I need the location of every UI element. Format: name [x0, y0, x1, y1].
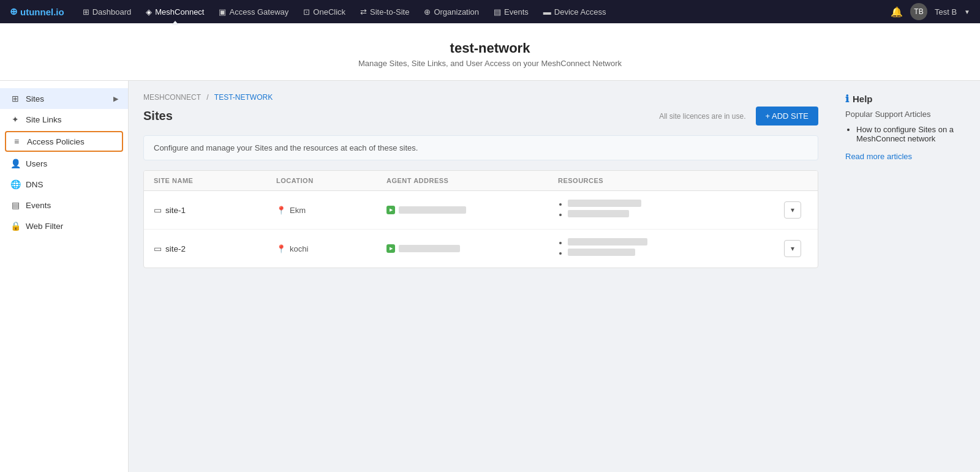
nav-access-gateway[interactable]: ▣ Access Gateway [213, 5, 295, 19]
meshconnect-icon: ◈ [146, 7, 152, 17]
location-cell: 📍 kochi [276, 244, 386, 253]
site-server-icon: ▭ [154, 244, 162, 253]
nav-device-access[interactable]: ▬ Device Access [537, 5, 612, 19]
table-row: ▭ site-2 📍 kochi [144, 230, 818, 268]
events-icon: ▤ [494, 7, 501, 17]
info-box: Configure and manage your Sites and the … [143, 135, 818, 160]
page-title-row: Sites All site licences are in use. + AD… [143, 107, 818, 125]
nav-dashboard[interactable]: ⊞ Dashboard [77, 5, 138, 19]
logo-icon: ⊕ [10, 6, 18, 17]
col-agent-address: AGENT ADDRESS [386, 177, 558, 184]
agent-status-icon [386, 206, 395, 214]
events-sidebar-icon: ▤ [10, 200, 21, 210]
breadcrumb-current: TEST-NETWORK [214, 93, 273, 102]
dns-icon: 🌐 [10, 179, 21, 189]
sidebar-item-users[interactable]: 👤 Users [0, 153, 128, 174]
col-actions [777, 177, 808, 184]
logo-text: utunnel.io [20, 7, 64, 17]
col-resources: RESOURCES [558, 177, 777, 184]
agent-cell [386, 206, 558, 214]
table-row: ▭ site-1 📍 Ekm [144, 191, 818, 230]
title-right-actions: All site licences are in use. + ADD SITE [659, 107, 818, 125]
sidebar-item-dns[interactable]: 🌐 DNS [0, 174, 128, 195]
location-value: Ekm [290, 206, 306, 215]
sidebar-item-web-filter[interactable]: 🔒 Web Filter [0, 215, 128, 236]
site-name: site-2 [165, 244, 186, 253]
help-articles: How to configure Sites on a MeshConnect … [845, 125, 968, 143]
site-to-site-icon: ⇄ [360, 7, 367, 17]
add-site-button[interactable]: + ADD SITE [756, 107, 818, 125]
expand-row-button[interactable]: ▾ [784, 240, 801, 257]
site-name-cell: ▭ site-1 [154, 205, 276, 215]
nav-organization[interactable]: ⊕ Organization [418, 5, 485, 19]
sidebar: ⊞ Sites ▶ ✦ Site Links ≡ Access Policies… [0, 81, 129, 472]
sites-table: SITE NAME LOCATION AGENT ADDRESS RESOURC… [143, 170, 818, 268]
site-links-icon: ✦ [10, 114, 21, 124]
main-content: MESHCONNECT / TEST-NETWORK Sites All sit… [129, 81, 833, 472]
breadcrumb-separator: / [206, 93, 208, 102]
agent-cell [386, 244, 558, 253]
sites-arrow-icon: ▶ [113, 95, 118, 103]
help-panel: ℹ Help Popular Support Articles How to c… [833, 81, 980, 472]
resources-cell [558, 238, 777, 259]
col-site-name: SITE NAME [154, 177, 276, 184]
organization-icon: ⊕ [424, 7, 431, 17]
info-text: Configure and manage your Sites and the … [154, 143, 418, 152]
resource-1 [568, 200, 641, 207]
sidebar-item-site-links[interactable]: ✦ Site Links [0, 109, 128, 130]
sites-icon: ⊞ [10, 94, 21, 103]
resources-cell [558, 200, 777, 220]
nav-site-to-site[interactable]: ⇄ Site-to-Site [354, 5, 415, 19]
user-menu-chevron-icon[interactable]: ▼ [964, 9, 970, 15]
nav-events[interactable]: ▤ Events [488, 5, 535, 19]
resource-2 [568, 210, 629, 217]
expand-cell: ▾ [777, 240, 808, 257]
nav-meshconnect[interactable]: ◈ MeshConnect [140, 5, 210, 19]
nav-right: 🔔 TB Test B ▼ [891, 3, 970, 20]
location-cell: 📍 Ekm [276, 206, 386, 215]
help-icon: ℹ [845, 93, 849, 105]
breadcrumb-parent[interactable]: MESHCONNECT [143, 93, 201, 102]
help-title: ℹ Help [845, 93, 968, 105]
device-access-icon: ▬ [543, 7, 551, 17]
agent-address [399, 206, 466, 214]
web-filter-icon: 🔒 [10, 221, 21, 231]
agent-address [399, 245, 460, 252]
oneclick-icon: ⊡ [303, 7, 310, 17]
sidebar-item-sites[interactable]: ⊞ Sites ▶ [0, 88, 128, 109]
site-server-icon: ▭ [154, 205, 162, 215]
top-navigation: ⊕ utunnel.io ⊞ Dashboard ◈ MeshConnect ▣… [0, 0, 980, 23]
help-subtitle: Popular Support Articles [845, 110, 968, 119]
sidebar-item-access-policies[interactable]: ≡ Access Policies [5, 131, 123, 152]
license-note: All site licences are in use. [659, 112, 745, 121]
dashboard-icon: ⊞ [83, 7, 89, 17]
nav-oneclick[interactable]: ⊡ OneClick [297, 5, 352, 19]
sidebar-item-events[interactable]: ▤ Events [0, 195, 128, 215]
help-article: How to configure Sites on a MeshConnect … [856, 125, 968, 143]
user-name[interactable]: Test B [935, 7, 957, 17]
expand-row-button[interactable]: ▾ [784, 201, 801, 219]
resource-2 [568, 249, 635, 256]
read-more-link[interactable]: Read more articles [845, 152, 912, 161]
network-subtitle: Manage Sites, Site Links, and User Acces… [10, 59, 970, 68]
resource-1 [568, 238, 647, 245]
body-layout: ⊞ Sites ▶ ✦ Site Links ≡ Access Policies… [0, 81, 980, 472]
col-location: LOCATION [276, 177, 386, 184]
table-header: SITE NAME LOCATION AGENT ADDRESS RESOURC… [144, 171, 818, 191]
agent-status-icon [386, 244, 395, 253]
expand-cell: ▾ [777, 201, 808, 219]
location-pin-icon: 📍 [276, 244, 286, 253]
access-gateway-icon: ▣ [219, 7, 226, 17]
access-policies-icon: ≡ [11, 137, 22, 146]
avatar[interactable]: TB [910, 3, 927, 20]
site-name-cell: ▭ site-2 [154, 244, 276, 253]
page-title: Sites [143, 109, 173, 123]
breadcrumb: MESHCONNECT / TEST-NETWORK [143, 93, 818, 102]
location-pin-icon: 📍 [276, 206, 286, 215]
site-name: site-1 [165, 206, 186, 215]
location-value: kochi [290, 244, 308, 253]
page-header: test-network Manage Sites, Site Links, a… [0, 23, 980, 81]
network-title: test-network [10, 40, 970, 56]
notification-icon[interactable]: 🔔 [891, 6, 903, 18]
logo[interactable]: ⊕ utunnel.io [10, 6, 64, 17]
